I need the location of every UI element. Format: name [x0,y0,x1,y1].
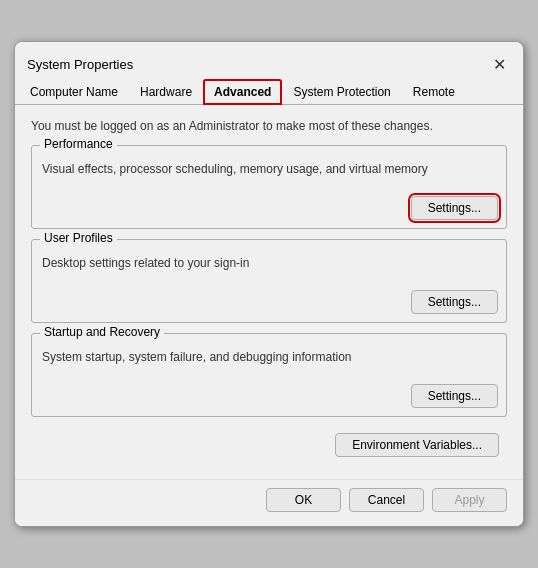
tab-remote[interactable]: Remote [402,79,466,105]
startup-recovery-description: System startup, system failure, and debu… [42,350,496,364]
tab-hardware[interactable]: Hardware [129,79,203,105]
close-button[interactable]: ✕ [487,52,511,76]
user-profiles-label: User Profiles [40,231,117,245]
system-properties-window: System Properties ✕ Computer Name Hardwa… [14,41,524,527]
tab-content: You must be logged on as an Administrato… [15,105,523,479]
user-profiles-settings-button[interactable]: Settings... [411,290,498,314]
cancel-button[interactable]: Cancel [349,488,424,512]
tab-computer-name[interactable]: Computer Name [19,79,129,105]
startup-recovery-label: Startup and Recovery [40,325,164,339]
bottom-bar: OK Cancel Apply [15,479,523,526]
tab-advanced[interactable]: Advanced [203,79,282,105]
tab-system-protection[interactable]: System Protection [282,79,401,105]
title-bar: System Properties ✕ [15,42,523,78]
apply-button[interactable]: Apply [432,488,507,512]
tab-bar: Computer Name Hardware Advanced System P… [15,78,523,105]
performance-label: Performance [40,137,117,151]
startup-recovery-section: Startup and Recovery System startup, sys… [31,333,507,417]
startup-recovery-settings-button[interactable]: Settings... [411,384,498,408]
window-title: System Properties [27,57,133,72]
ok-button[interactable]: OK [266,488,341,512]
performance-settings-button[interactable]: Settings... [411,196,498,220]
environment-variables-button[interactable]: Environment Variables... [335,433,499,457]
user-profiles-section: User Profiles Desktop settings related t… [31,239,507,323]
user-profiles-description: Desktop settings related to your sign-in [42,256,496,270]
admin-notice: You must be logged on as an Administrato… [31,117,507,135]
performance-description: Visual effects, processor scheduling, me… [42,162,496,176]
performance-section: Performance Visual effects, processor sc… [31,145,507,229]
